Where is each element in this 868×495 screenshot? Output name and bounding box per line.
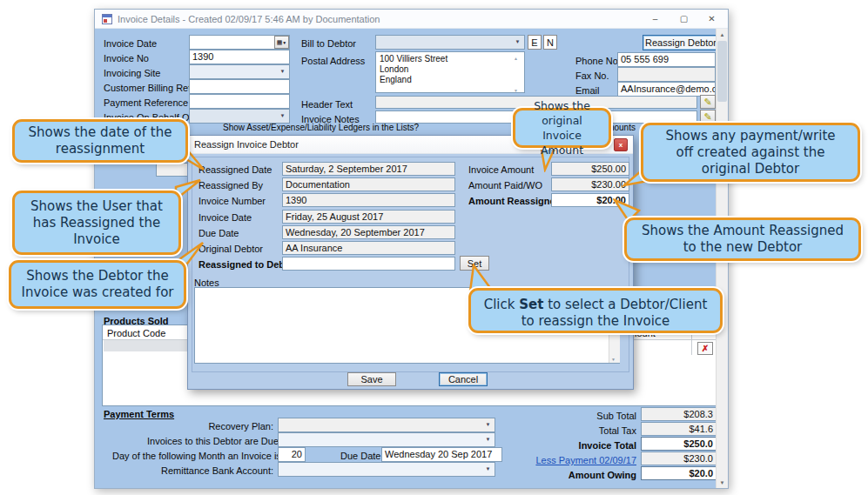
edit-header-text-button[interactable]: ✎ <box>700 95 716 109</box>
day-of-month-field[interactable]: 20 <box>278 447 306 462</box>
save-button[interactable]: Save <box>347 372 396 386</box>
customer-billing-ref-field[interactable] <box>189 79 290 94</box>
less-payment-link[interactable]: Less Payment 02/09/17 <box>535 455 636 465</box>
scroll-down-icon[interactable]: ▼ <box>514 84 518 97</box>
sub-total-value: $208.3 <box>641 407 717 421</box>
callout-text: to select a Debtor/Client to reassign th… <box>521 297 708 329</box>
callout-payment-writeoff: Shows any payment/write off created agai… <box>641 123 860 182</box>
phone-no-label: Phone No. <box>575 55 621 67</box>
invoice-no-field[interactable]: 1390 <box>189 50 290 64</box>
callout-reassign-date: Shows the date of the reassignment <box>12 119 188 163</box>
window-titlebar[interactable]: Invoice Details - Created 02/09/17 5:46 … <box>95 10 728 29</box>
dlg-invoice-date-label: Invoice Date <box>198 211 252 224</box>
invoice-total-value: $250.0 <box>641 437 717 451</box>
payment-reference-label: Payment Reference <box>104 97 188 109</box>
dlg-due-date-label: Due Date <box>198 227 239 239</box>
postal-address-field[interactable]: 100 Villiers Street London England <box>375 51 525 93</box>
scroll-up-icon[interactable]: ▲ <box>514 52 518 64</box>
reassigned-to-debtor-field[interactable] <box>282 257 455 271</box>
invoicing-site-label: Invoicing Site <box>104 67 160 79</box>
amount-owing-label: Amount Owing <box>478 469 636 481</box>
header-text-label: Header Text <box>301 98 353 110</box>
postal-address-label: Postal Address <box>301 55 365 67</box>
invoice-total-label: Invoice Total <box>478 439 636 452</box>
callout-invoice-amount: Shows the original Invoice Amount <box>513 108 611 148</box>
amount-paid-wo-value: $230.00 <box>551 177 629 191</box>
callout-original-debtor: Shows the Debtor the Invoice was created… <box>9 260 186 309</box>
customer-billing-ref-label: Customer Billing Ref. <box>104 82 193 94</box>
scroll-down-icon[interactable]: ▼ <box>611 357 616 362</box>
reassigned-date-value: Saturday, 2 September 2017 <box>282 162 455 176</box>
sub-total-label: Sub Total <box>478 410 636 422</box>
invoice-date-label: Invoice Date <box>104 37 157 50</box>
show-ledgers-label: Show Asset/Expense/Liability Ledgers in … <box>223 122 419 134</box>
scroll-up-icon[interactable]: ▲ <box>717 29 728 40</box>
pencil-icon: ✎ <box>703 112 711 122</box>
dlg-invoice-date-value: Friday, 25 August 2017 <box>282 210 455 224</box>
reassign-debtor-button[interactable]: Reassign Debtor <box>643 35 719 50</box>
less-payment-value: $230.0 <box>641 452 717 465</box>
callout-text: Click <box>484 297 520 312</box>
screenshot-canvas: Invoice Details - Created 02/09/17 5:46 … <box>0 0 868 495</box>
invoicing-site-combo[interactable]: Demo Site ▼ <box>189 64 290 79</box>
dlg-due-date-value: Wednesday, 20 September 2017 <box>282 225 455 239</box>
edit-invoice-notes-button[interactable]: ✎ <box>700 110 716 124</box>
invoice-amount-value: $250.00 <box>551 162 629 176</box>
edit-debtor-button[interactable]: E <box>528 35 542 50</box>
minimize-button[interactable]: – <box>643 10 668 27</box>
chevron-down-icon: ▼ <box>512 37 523 48</box>
total-tax-value: $41.6 <box>641 422 717 436</box>
callout-click-set: Click Set to select a Debtor/Client to r… <box>468 288 723 333</box>
fax-no-field[interactable] <box>617 67 716 82</box>
product-code-header: Product Code <box>107 327 165 339</box>
original-debtor-value: AA Insurance <box>282 241 455 255</box>
invoice-number-value: 1390 <box>282 193 455 207</box>
recovery-plan-combo[interactable]: ▼ <box>278 418 495 432</box>
invoices-due-combo[interactable]: On a given day of the next month ▼ <box>278 432 495 447</box>
day-of-month-label: Day of the following Month an Invoice is… <box>112 450 273 462</box>
email-label: Email <box>575 84 600 97</box>
delete-row-button[interactable]: ✗ <box>697 342 713 355</box>
bill-to-debtor-combo: AA Insurance ▼ <box>375 35 525 50</box>
payment-terms-title: Payment Terms <box>104 408 174 420</box>
bill-to-debtor-label: Bill to Debtor <box>301 37 356 50</box>
delete-x-icon: ✗ <box>702 344 709 353</box>
chevron-down-icon: ▼ <box>282 40 286 45</box>
total-tax-label: Total Tax <box>478 425 636 437</box>
amount-paid-wo-label: Amount Paid/WO <box>468 179 542 191</box>
less-payment-link-row: Less Payment 02/09/17 <box>478 454 636 466</box>
chevron-down-icon: ▼ <box>277 110 288 122</box>
callout-reassign-user: Shows the User that has Reassigned the I… <box>12 191 181 255</box>
phone-no-field[interactable]: 05 555 699 <box>617 52 716 67</box>
recovery-plan-label: Recovery Plan: <box>182 420 273 432</box>
invoice-amount-label: Invoice Amount <box>468 164 534 176</box>
dialog-title: Reassign Invoice Debtor <box>194 139 299 150</box>
maximize-button[interactable]: ▢ <box>671 10 696 27</box>
invoice-no-label: Invoice No <box>104 52 149 64</box>
pencil-icon: ✎ <box>703 97 711 107</box>
dialog-close-button[interactable]: x <box>614 138 628 151</box>
amount-owing-value: $20.0 <box>641 466 717 480</box>
new-debtor-button[interactable]: N <box>543 35 557 50</box>
close-button[interactable]: ✕ <box>699 10 724 27</box>
cancel-button[interactable]: Cancel <box>439 372 488 386</box>
callout-amount-reassigned: Shows the Amount Reassigned to the new D… <box>624 217 861 261</box>
app-icon <box>102 14 112 24</box>
scroll-down-icon[interactable]: ▼ <box>717 477 728 488</box>
payment-reference-field[interactable] <box>189 94 290 109</box>
calendar-icon: ▦ <box>277 39 283 46</box>
bill-to-debtor-value: AA Insurance <box>394 48 451 50</box>
invoices-due-label: Invoices to this Debtor are Due: <box>147 435 273 447</box>
calendar-picker-button[interactable]: ▦▼ <box>274 36 289 49</box>
remittance-label: Remittance Bank Account: <box>160 465 273 477</box>
chevron-down-icon: ▼ <box>277 66 288 77</box>
original-debtor-label: Original Debtor <box>198 243 263 255</box>
reassigned-by-value: Documentation <box>282 177 455 191</box>
reassign-invoice-debtor-dialog: Reassign Invoice Debtor x Reassigned Dat… <box>187 135 634 390</box>
remittance-value: The Site or Company Default Bank Account <box>297 475 481 477</box>
remittance-combo[interactable]: The Site or Company Default Bank Account… <box>278 462 495 477</box>
scrollbar-thumb[interactable] <box>717 41 727 102</box>
fax-no-label: Fax No. <box>575 70 609 82</box>
reassigned-by-label: Reassigned By <box>198 179 263 191</box>
due-date-label: Due Date <box>340 450 380 462</box>
